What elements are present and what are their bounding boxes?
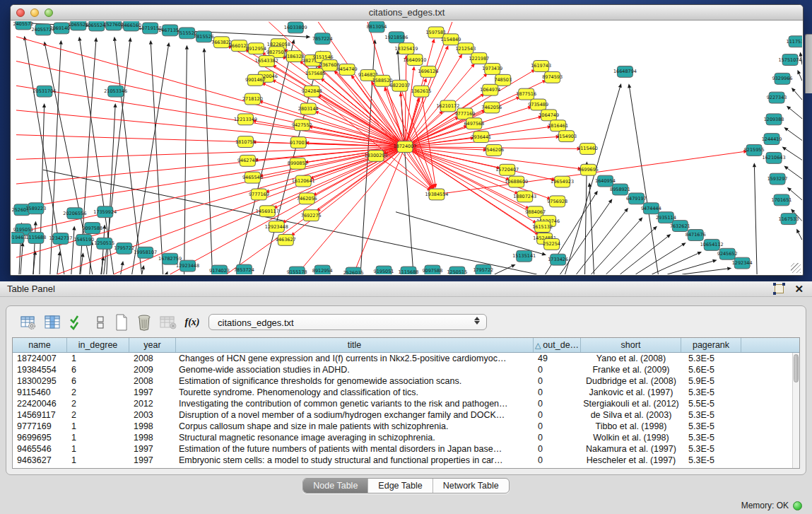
node-label: 16640910 xyxy=(403,57,426,63)
table-cell: Franke et al. (2009) xyxy=(581,364,681,375)
scrollbar-thumb[interactable] xyxy=(794,354,799,382)
import-table-icon[interactable] xyxy=(159,313,177,332)
tab-network-table[interactable]: Network Table xyxy=(433,479,509,493)
table-row[interactable]: 911546021997Tourette syndrome. Phenomeno… xyxy=(13,387,792,398)
network-graph[interactable]: 2405572240557242069140610655241065524715… xyxy=(11,21,802,274)
node-label: 9756928 xyxy=(547,199,567,204)
edge-arrowhead xyxy=(128,37,131,42)
network-canvas[interactable]: 2405572240557242069140610655241065524715… xyxy=(11,21,802,274)
table-cell: 1 xyxy=(67,421,129,432)
node-label: 8958921 xyxy=(610,187,630,192)
close-panel-icon[interactable]: ✕ xyxy=(794,283,804,296)
table-selector-value: citations_edges.txt xyxy=(218,317,294,328)
network-edge xyxy=(620,237,667,274)
network-edge xyxy=(121,265,122,274)
function-builder-icon[interactable]: f(x) xyxy=(183,313,201,332)
table-cell: 5.3E-5 xyxy=(681,409,741,421)
node-label: 9097588 xyxy=(82,226,102,231)
new-table-icon[interactable] xyxy=(112,313,131,332)
network-edge xyxy=(142,269,143,274)
edge-arrowhead xyxy=(412,66,416,70)
table-row[interactable]: 969969511998Structural magnetic resonanc… xyxy=(13,432,792,443)
table-cell: 2003 xyxy=(129,409,176,421)
select-all-icon[interactable] xyxy=(67,313,86,332)
table-cell: 5.3E-5 xyxy=(681,353,741,364)
tab-edge-table[interactable]: Edge Table xyxy=(368,479,433,493)
edge-arrowhead xyxy=(594,191,597,195)
table-row[interactable]: 1830029562008Estimation of significance … xyxy=(13,375,792,387)
edge-arrowhead xyxy=(784,166,788,170)
table-cell: 1997 xyxy=(129,387,176,398)
table-row[interactable]: 1938455462009Genome-wide association stu… xyxy=(13,364,792,375)
node-label: 20531706 xyxy=(33,88,56,94)
edge-arrowhead xyxy=(42,103,46,107)
table-cell: 19384554 xyxy=(13,364,67,375)
edge-arrowhead xyxy=(306,35,310,39)
tab-node-table[interactable]: Node Table xyxy=(303,479,368,493)
node-label: 15135141 xyxy=(512,253,536,259)
table-cell: 6 xyxy=(67,375,129,387)
node-label: 9195051 xyxy=(374,269,394,274)
node-label: 1589223 xyxy=(26,206,47,211)
network-window-title: citations_edges.txt xyxy=(11,7,803,18)
node-label: 7632621 xyxy=(670,223,690,229)
node-label: 1115688 xyxy=(399,269,419,274)
table-cell: Disruption of a novel member of a sodium… xyxy=(176,409,534,421)
column-header-year[interactable]: year xyxy=(129,338,176,352)
column-header-pagerank[interactable]: pagerank xyxy=(681,338,741,352)
node-label: 8454749 xyxy=(337,66,358,72)
delete-table-icon[interactable] xyxy=(135,313,153,332)
node-label: 7546206 xyxy=(483,147,504,153)
column-header-name[interactable]: name xyxy=(13,338,67,352)
node-label: 1816461 xyxy=(548,123,568,129)
table-cell: Genome-wide association studies in ADHD. xyxy=(176,364,534,375)
table-cell: 9115460 xyxy=(13,387,67,398)
table-row[interactable]: 1872400712008Changes of HCN gene express… xyxy=(13,353,792,364)
column-header-title[interactable]: title xyxy=(176,338,534,352)
edge-arrowhead xyxy=(102,225,106,229)
edge-arrowhead xyxy=(72,226,76,230)
table-cell: 9463627 xyxy=(13,455,67,466)
edge-arrowhead xyxy=(113,37,117,41)
column-header-short[interactable]: short xyxy=(581,338,681,352)
table-cell: 22420046 xyxy=(13,398,67,409)
show-columns-icon[interactable] xyxy=(43,313,61,332)
node-label: 1795722 xyxy=(473,267,493,273)
table-row[interactable]: 2242004622012Investigating the contribut… xyxy=(13,398,792,409)
node-label: 9919463 xyxy=(11,235,26,240)
table-row[interactable]: 946362711997Embryonic stem cells: a mode… xyxy=(13,455,792,466)
edge-arrowhead xyxy=(782,147,787,151)
network-window-titlebar[interactable]: citations_edges.txt xyxy=(11,5,803,21)
table-cell: Changes of HCN gene expression and I(f) … xyxy=(176,353,534,364)
rows-icon[interactable] xyxy=(91,313,110,332)
node-label: 1810755 xyxy=(235,139,256,145)
table-cell: 0 xyxy=(534,375,581,387)
table-tabs-row: Node TableEdge TableNetwork Table xyxy=(0,478,812,495)
table-scrollbar[interactable] xyxy=(792,353,799,468)
resize-grip-icon[interactable] xyxy=(791,263,801,273)
edge-arrowhead xyxy=(608,199,613,203)
column-header-in_degree[interactable]: in_degree xyxy=(67,338,129,352)
edge-arrowhead xyxy=(94,37,98,42)
table-selector-dropdown[interactable]: citations_edges.txt xyxy=(208,314,487,330)
float-panel-icon[interactable] xyxy=(775,284,784,293)
table-cell: Estimation of significance thresholds fo… xyxy=(176,375,534,387)
node-label: 1593297 xyxy=(767,176,788,182)
table-row[interactable]: 946554611997Estimation of the future num… xyxy=(13,443,792,455)
table-cell: 1 xyxy=(67,455,129,466)
table-row[interactable]: 1456911722003Disruption of a novel membe… xyxy=(13,409,792,421)
node-label: 9155178 xyxy=(287,269,307,274)
table-row[interactable]: 977716911998Corpus callosum shape and si… xyxy=(13,421,792,432)
table-cell: de Silva et al. (2003) xyxy=(581,409,681,421)
node-label: 19958107 xyxy=(134,250,157,255)
node-label: 9154903 xyxy=(556,134,577,139)
table-cell: 5.3E-5 xyxy=(681,432,741,443)
edge-arrowhead xyxy=(624,208,628,212)
column-header-out_de[interactable]: △out_de… xyxy=(534,338,581,352)
node-label: 18300295 xyxy=(365,153,388,158)
table-cell: 0 xyxy=(534,409,581,421)
node-label: 1640954 xyxy=(595,178,616,184)
edge-arrowhead xyxy=(628,83,631,88)
node-label: 1167533 xyxy=(779,216,799,222)
table-settings-icon[interactable] xyxy=(19,313,37,332)
